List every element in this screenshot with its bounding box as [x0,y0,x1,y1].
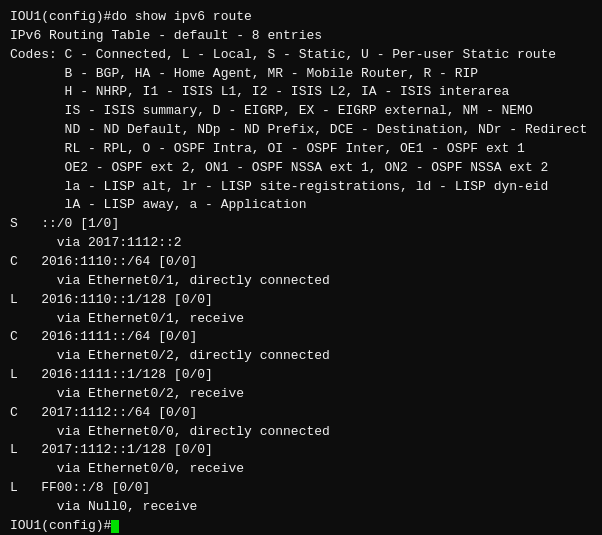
terminal-line: B - BGP, HA - Home Agent, MR - Mobile Ro… [10,65,592,84]
terminal-line: C 2016:1110::/64 [0/0] [10,253,592,272]
terminal-line: la - LISP alt, lr - LISP site-registrati… [10,178,592,197]
terminal-line: via Ethernet0/0, directly connected [10,423,592,442]
terminal-line: IS - ISIS summary, D - EIGRP, EX - EIGRP… [10,102,592,121]
terminal-line: via Ethernet0/0, receive [10,460,592,479]
terminal-line: via Ethernet0/2, receive [10,385,592,404]
terminal-line: via Ethernet0/2, directly connected [10,347,592,366]
terminal-line: via Null0, receive [10,498,592,517]
terminal-line: H - NHRP, I1 - ISIS L1, I2 - ISIS L2, IA… [10,83,592,102]
terminal-line: L 2016:1110::1/128 [0/0] [10,291,592,310]
prompt-line[interactable]: IOU1(config)# [10,517,592,535]
terminal-line: IOU1(config)#do show ipv6 route [10,8,592,27]
terminal-line: OE2 - OSPF ext 2, ON1 - OSPF NSSA ext 1,… [10,159,592,178]
terminal-line: C 2017:1112::/64 [0/0] [10,404,592,423]
prompt-text: IOU1(config)# [10,518,111,533]
terminal-line: L FF00::/8 [0/0] [10,479,592,498]
terminal-line: C 2016:1111::/64 [0/0] [10,328,592,347]
terminal-line: ND - ND Default, NDp - ND Prefix, DCE - … [10,121,592,140]
terminal-line: S ::/0 [1/0] [10,215,592,234]
terminal-line: L 2016:1111::1/128 [0/0] [10,366,592,385]
terminal-line: RL - RPL, O - OSPF Intra, OI - OSPF Inte… [10,140,592,159]
terminal-line: via 2017:1112::2 [10,234,592,253]
terminal-line: IPv6 Routing Table - default - 8 entries [10,27,592,46]
terminal-line: L 2017:1112::1/128 [0/0] [10,441,592,460]
terminal-line: Codes: C - Connected, L - Local, S - Sta… [10,46,592,65]
terminal-line: via Ethernet0/1, receive [10,310,592,329]
terminal-line: via Ethernet0/1, directly connected [10,272,592,291]
terminal-line: lA - LISP away, a - Application [10,196,592,215]
terminal-window: IOU1(config)#do show ipv6 route IPv6 Rou… [10,8,592,535]
cursor [111,520,119,533]
